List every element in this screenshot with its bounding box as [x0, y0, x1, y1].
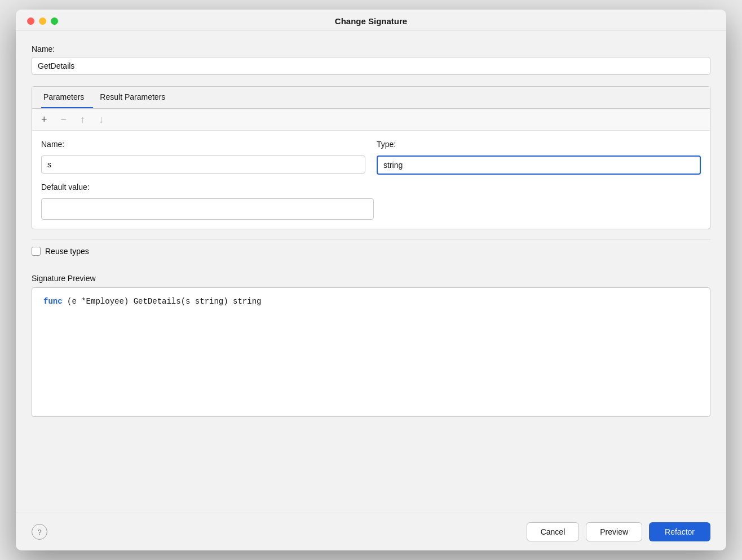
name-input[interactable] [32, 57, 710, 75]
tabs-section: Parameters Result Parameters + − ↑ ↓ Nam… [32, 86, 710, 229]
add-button[interactable]: + [39, 113, 50, 126]
dialog-content: Name: Parameters Result Parameters + − ↑… [16, 31, 726, 513]
preview-signature: (e *Employee) GetDetails(s string) strin… [67, 297, 261, 306]
params-form: Name: Type: Default value: [32, 131, 710, 229]
default-value-label: Default value: [41, 183, 374, 192]
signature-preview-section: Signature Preview func (e *Employee) Get… [32, 274, 710, 499]
close-button[interactable] [27, 17, 34, 25]
params-toolbar: + − ↑ ↓ [32, 109, 710, 131]
default-value-group: Default value: [41, 183, 374, 220]
minimize-button[interactable] [39, 17, 46, 25]
title-bar: Change Signature [16, 10, 726, 31]
refactor-button[interactable]: Refactor [649, 522, 710, 541]
reuse-types-label: Reuse types [45, 247, 89, 256]
help-button[interactable]: ? [32, 524, 47, 540]
param-type-input[interactable] [377, 155, 701, 175]
change-signature-dialog: Change Signature Name: Parameters Result… [16, 10, 726, 550]
reuse-types-section: Reuse types [32, 239, 710, 263]
default-value-input[interactable] [41, 198, 374, 220]
cancel-button[interactable]: Cancel [527, 522, 580, 541]
param-name-label: Name: [41, 140, 365, 149]
maximize-button[interactable] [51, 17, 58, 25]
tab-result-parameters[interactable]: Result Parameters [98, 87, 174, 108]
name-label: Name: [32, 45, 710, 54]
default-value-row: Default value: [41, 183, 701, 220]
param-name-group: Name: [41, 140, 365, 174]
tab-parameters[interactable]: Parameters [41, 87, 93, 108]
footer-left: ? [32, 524, 47, 540]
move-down-button[interactable]: ↓ [96, 113, 106, 126]
param-type-label: Type: [377, 140, 701, 149]
traffic-lights [27, 17, 58, 25]
param-type-group: Type: [377, 140, 701, 175]
tabs-header: Parameters Result Parameters [32, 87, 710, 109]
reuse-types-checkbox[interactable] [32, 247, 41, 256]
preview-label: Signature Preview [32, 274, 710, 283]
param-name-input[interactable] [41, 155, 365, 174]
dialog-title: Change Signature [335, 16, 407, 26]
preview-box: func (e *Employee) GetDetails(s string) … [32, 287, 710, 417]
remove-button[interactable]: − [59, 113, 69, 126]
dialog-footer: ? Cancel Preview Refactor [16, 513, 726, 550]
name-type-row: Name: Type: [41, 140, 701, 175]
move-up-button[interactable]: ↑ [78, 113, 87, 126]
preview-code: func (e *Employee) GetDetails(s string) … [43, 297, 261, 306]
func-keyword: func [43, 297, 63, 306]
preview-button[interactable]: Preview [586, 522, 642, 541]
footer-right: Cancel Preview Refactor [527, 522, 710, 541]
